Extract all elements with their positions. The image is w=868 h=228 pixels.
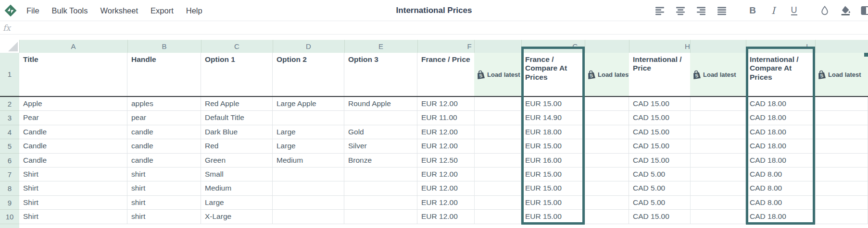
cell-A3[interactable]: Pear [19,111,127,125]
load-latest-button-G[interactable]: SLoad latest [585,53,629,96]
align-left-icon[interactable] [654,5,666,16]
borders-icon[interactable] [860,5,868,16]
cell-B8[interactable]: shirt [127,181,201,195]
cell-B3[interactable]: pear [127,111,201,125]
row-number-9[interactable]: 9 [0,196,19,210]
fill-color-icon[interactable] [840,5,851,16]
cell-H8[interactable]: CAD 5.00 [629,181,746,195]
cell-E8[interactable] [344,181,417,195]
column-header-C[interactable]: C [201,40,273,53]
column-header-D[interactable]: D [273,40,344,53]
row-number-7[interactable]: 7 [0,168,19,181]
text-color-icon[interactable] [819,5,830,16]
row-number-8[interactable]: 8 [0,181,19,195]
cell-E5[interactable]: Silver [344,139,417,153]
cell-I9[interactable]: CAD 8.00 [746,196,868,210]
header-cell-C1[interactable]: Option 1 [201,53,273,96]
menu-item-file[interactable]: File [26,6,39,15]
cell-F6[interactable]: EUR 12.50 [417,154,521,168]
cell-F4[interactable]: EUR 12.00 [417,125,521,139]
selection-fill-handle[interactable] [864,53,868,57]
cell-H2[interactable]: CAD 15.00 [629,97,746,111]
menu-item-worksheet[interactable]: Worksheet [101,6,138,15]
column-header-A[interactable]: A [19,40,127,53]
underline-icon[interactable]: U [788,5,800,16]
column-header-B[interactable]: B [127,40,201,53]
cell-G8[interactable]: EUR 15.00 [521,181,629,195]
cell-H4[interactable]: CAD 15.00 [629,125,746,139]
cell-C6[interactable]: Green [201,154,273,168]
cell-A4[interactable]: Candle [19,125,127,139]
cell-E9[interactable] [344,196,417,210]
cell-F8[interactable]: EUR 12.00 [417,181,521,195]
cell-D5[interactable]: Large [273,139,344,153]
cell-C7[interactable]: Small [201,168,273,181]
cell-A10[interactable]: Shirt [19,210,127,224]
row-number-1[interactable]: 1 [0,53,19,96]
cell-B10[interactable]: shirt [127,210,201,224]
cell-B9[interactable]: shirt [127,196,201,210]
formula-bar[interactable]: fx [0,21,868,35]
cell-I4[interactable]: CAD 18.00 [746,125,868,139]
load-latest-button-I[interactable]: SLoad latest [815,53,868,96]
cell-I3[interactable]: CAD 18.00 [746,111,868,125]
cell-E6[interactable]: Bronze [344,154,417,168]
column-header-G[interactable]: G [521,40,629,53]
row-number-10[interactable]: 10 [0,210,19,224]
cell-H9[interactable]: CAD 5.00 [629,196,746,210]
cell-I7[interactable]: CAD 8.00 [746,168,868,181]
menu-item-help[interactable]: Help [186,6,202,15]
cell-G6[interactable]: EUR 16.00 [521,154,629,168]
column-header-I[interactable]: I [746,40,868,53]
cell-G7[interactable]: EUR 15.00 [521,168,629,181]
menu-item-bulk-tools[interactable]: Bulk Tools [52,6,88,15]
row-number-5[interactable]: 5 [0,139,19,153]
cell-F3[interactable]: EUR 11.00 [417,111,521,125]
row-number-4[interactable]: 4 [0,125,19,139]
cell-A7[interactable]: Shirt [19,168,127,181]
cell-D7[interactable] [273,168,344,181]
cell-E10[interactable] [344,210,417,224]
cell-D9[interactable] [273,196,344,210]
cell-E4[interactable]: Gold [344,125,417,139]
select-all-corner[interactable] [0,40,19,53]
cell-D8[interactable] [273,181,344,195]
cell-I6[interactable]: CAD 18.00 [746,154,868,168]
cell-B4[interactable]: candle [127,125,201,139]
header-cell-I1[interactable]: International / Compare At PricesSLoad l… [746,53,868,96]
cell-G4[interactable]: EUR 18.00 [521,125,629,139]
cell-G3[interactable]: EUR 14.90 [521,111,629,125]
bold-icon[interactable]: B [747,5,758,16]
cell-H3[interactable]: CAD 15.00 [629,111,746,125]
cell-C3[interactable]: Default Title [201,111,273,125]
cell-D4[interactable]: Large [273,125,344,139]
header-cell-F1[interactable]: France / PriceSLoad latest [417,53,521,96]
cell-C4[interactable]: Dark Blue [201,125,273,139]
header-cell-A1[interactable]: Title [19,53,127,96]
column-header-H[interactable]: H [629,40,746,53]
cell-I10[interactable]: CAD 18.00 [746,210,868,224]
menu-item-export[interactable]: Export [151,6,174,15]
cell-F10[interactable]: EUR 12.00 [417,210,521,224]
cell-G2[interactable]: EUR 15.00 [521,97,629,111]
cell-A6[interactable]: Candle [19,154,127,168]
cell-F5[interactable]: EUR 12.00 [417,139,521,153]
cell-E2[interactable]: Round Apple [344,97,417,111]
cell-D10[interactable] [273,210,344,224]
cell-E3[interactable] [344,111,417,125]
cell-A8[interactable]: Shirt [19,181,127,195]
row-number-3[interactable]: 3 [0,111,19,125]
cell-E7[interactable] [344,168,417,181]
load-latest-button-H[interactable]: SLoad latest [690,53,746,96]
worksheet-title[interactable]: International Prices [396,0,472,21]
cell-C10[interactable]: X-Large [201,210,273,224]
cell-G10[interactable]: EUR 15.00 [521,210,629,224]
cell-D2[interactable]: Large Apple [273,97,344,111]
cell-B5[interactable]: candle [127,139,201,153]
header-cell-D1[interactable]: Option 2 [273,53,344,96]
cell-F9[interactable]: EUR 12.00 [417,196,521,210]
load-latest-button-F[interactable]: SLoad latest [474,53,521,96]
cell-H6[interactable]: CAD 15.00 [629,154,746,168]
row-number-2[interactable]: 2 [0,97,19,111]
align-right-icon[interactable] [695,5,707,16]
